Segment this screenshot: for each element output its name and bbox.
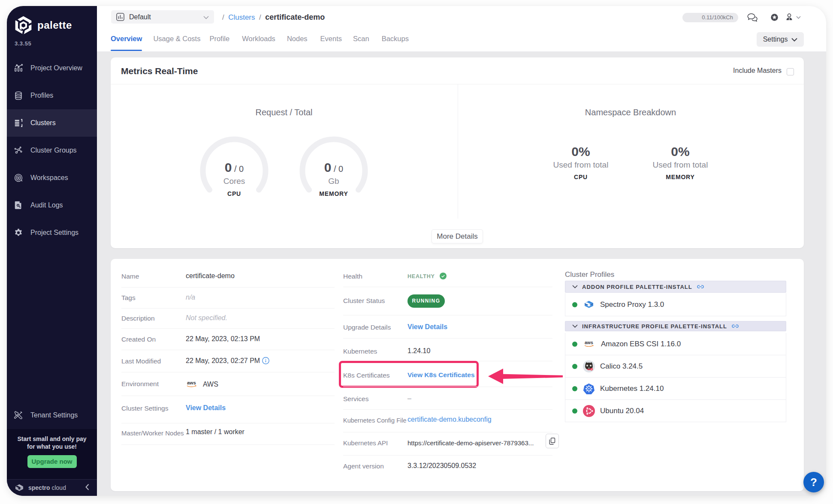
svg-text:aws: aws [187,380,196,385]
svg-text:aws: aws [585,340,593,345]
